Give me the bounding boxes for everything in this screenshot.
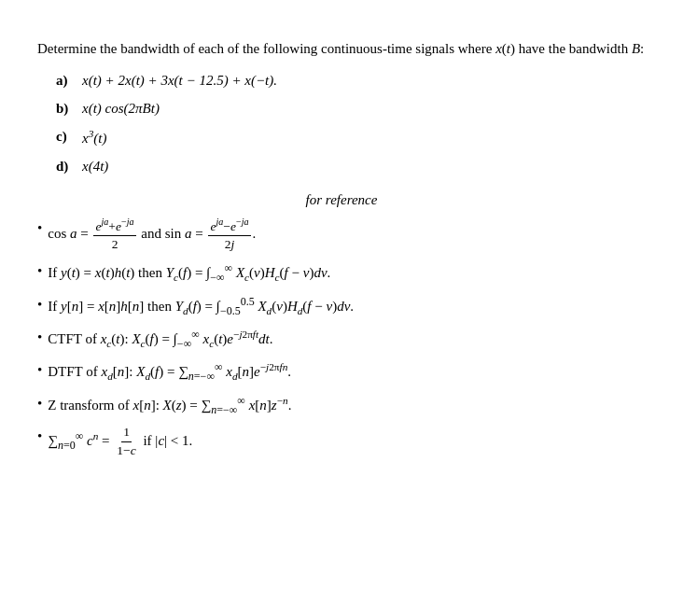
ref-cos-sin-content: cos a = eja+e−ja 2 and sin a = eja−e−ja … [48,216,646,254]
reference-list: • cos a = eja+e−ja 2 and sin a = eja−e−j… [37,216,646,460]
bullet-5: • [37,358,42,383]
problem-b: b) x(t) cos(2πBt) [56,97,646,119]
ref-dtft: • DTFT of xd[n]: Xd(f) = ∑n=−∞∞ xd[n]e−j… [37,357,646,385]
expr-b: x(t) cos(2πBt) [82,97,160,119]
ref-convolution-dt-content: If y[n] = x[n]h[n] then Yd(f) = ∫−0.50.5… [48,292,646,320]
label-a: a) [56,69,82,91]
label-b: b) [56,97,82,119]
expr-a: x(t) + 2x(t) + 3x(t − 12.5) + x(−t). [82,69,277,91]
label-d: d) [56,155,82,177]
ref-dtft-content: DTFT of xd[n]: Xd(f) = ∑n=−∞∞ xd[n]e−j2π… [48,357,646,385]
problem-c: c) x3(t) [56,125,646,149]
bullet-1: • [37,217,42,241]
ref-ztransform-content: Z transform of x[n]: X(z) = ∑n=−∞∞ x[n]z… [48,391,646,419]
problem-list: a) x(t) + 2x(t) + 3x(t − 12.5) + x(−t). … [56,69,646,177]
ref-geometric-series-content: ∑n=0∞ cn = 1 1−c if |c| < 1. [48,424,646,460]
bullet-7: • [37,425,42,449]
problem-a: a) x(t) + 2x(t) + 3x(t − 12.5) + x(−t). [56,69,646,91]
bullet-3: • [37,293,42,317]
ref-ctft: • CTFT of xc(t): Xc(f) = ∫−∞∞ xc(t)e−j2π… [37,325,646,353]
intro-paragraph: Determine the bandwidth of each of the f… [37,37,646,60]
ref-cos-sin: • cos a = eja+e−ja 2 and sin a = eja−e−j… [37,216,646,254]
reference-section: for reference • cos a = eja+e−ja 2 and s… [37,192,646,460]
main-content: Determine the bandwidth of each of the f… [37,37,646,460]
bullet-6: • [37,392,42,416]
bullet-2: • [37,259,42,284]
ref-convolution-dt: • If y[n] = x[n]h[n] then Yd(f) = ∫−0.50… [37,292,646,320]
expr-d: x(4t) [82,155,108,177]
ref-ztransform: • Z transform of x[n]: X(z) = ∑n=−∞∞ x[n… [37,391,646,419]
ref-geometric-series: • ∑n=0∞ cn = 1 1−c if |c| < 1. [37,424,646,460]
ref-convolution-ct: • If y(t) = x(t)h(t) then Yc(f) = ∫−∞∞ X… [37,259,646,287]
ref-convolution-ct-content: If y(t) = x(t)h(t) then Yc(f) = ∫−∞∞ Xc(… [48,259,646,287]
reference-title: for reference [37,192,646,208]
expr-c: x3(t) [82,125,106,149]
ref-ctft-content: CTFT of xc(t): Xc(f) = ∫−∞∞ xc(t)e−j2πft… [48,325,646,353]
label-c: c) [56,125,82,147]
problem-d: d) x(4t) [56,155,646,177]
bullet-4: • [37,326,42,350]
